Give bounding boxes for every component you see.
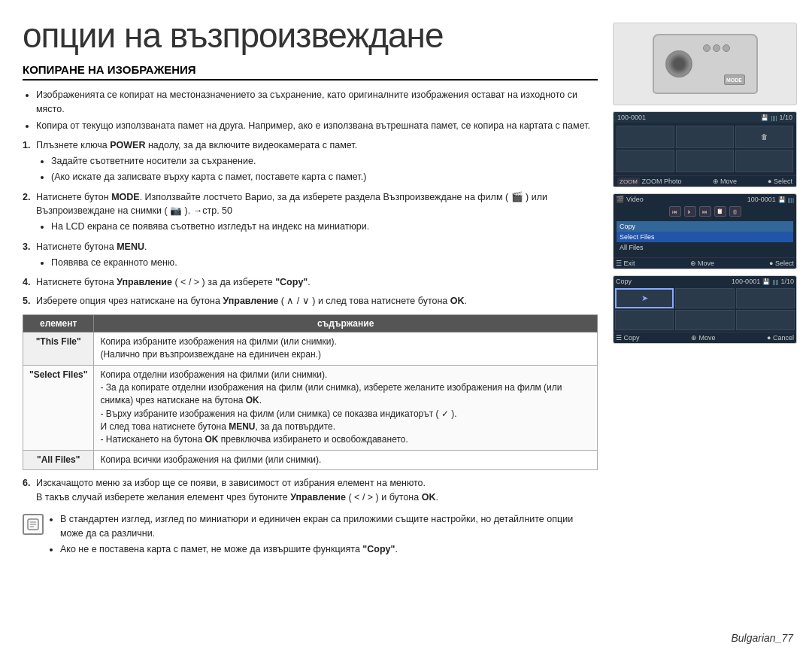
thumb-2 <box>676 126 734 148</box>
step-6: 6. Изскачащото меню за избор ще се появи… <box>23 476 598 505</box>
table-row: "This File" Копира избраните изображения… <box>23 332 598 365</box>
copy-thumb-1: ➤ <box>615 288 674 308</box>
move-label-3: ⊕ Move <box>691 334 716 342</box>
note-1: В стандартен изглед, изглед по миниатюри… <box>60 512 598 541</box>
copy-thumb-2 <box>675 288 734 308</box>
copy-label: ☰ Copy <box>616 334 640 342</box>
table-row: "All Files" Копира всички изображения на… <box>23 450 598 469</box>
page-number: Bulgarian_77 <box>731 632 793 644</box>
lcd-screen-1: 100-0001 💾 |||| 1/10 🗑 ZOOM ZOOM Photo <box>613 111 797 187</box>
table-cell-this-file: "This File" <box>23 332 94 365</box>
exit-label: ☰ Exit <box>616 260 635 267</box>
copy-thumb-6 <box>736 310 795 330</box>
page-title: опции на възпроизвеждане <box>23 15 598 56</box>
section-heading: КОПИРАНЕ НА ИЗОБРАЖЕНИЯ <box>23 63 598 80</box>
playback-btn-3: ⏭ <box>699 206 711 217</box>
lcd-footer-1: ZOOM ZOOM Photo ⊕ Move ● Select <box>614 175 796 187</box>
thumb-1 <box>617 126 674 148</box>
thumb-6 <box>735 150 793 172</box>
lcd-copy-grid: ➤ <box>614 287 796 332</box>
lcd-menu-header: 🎬 Video 100-0001 💾 |||| <box>614 194 796 205</box>
menu-item-all-files: All Files <box>617 242 793 253</box>
counter-1: 💾 |||| 1/10 <box>761 114 792 121</box>
bullet-2: Копира от текущо използваната памет на д… <box>36 119 598 133</box>
select-label: ● Select <box>768 178 792 185</box>
camera-buttons <box>703 44 730 52</box>
playback-btn-5: 🗑 <box>729 206 741 217</box>
copy-table: елемент съдържание "This File" Копира из… <box>23 314 598 471</box>
menu-item-copy: Copy <box>617 221 793 232</box>
note-icon <box>23 514 44 535</box>
table-cell-all-files-content: Копира всички изображения на филми (или … <box>94 450 598 469</box>
copy-title: Copy <box>616 278 632 285</box>
lcd-screen-3: Copy 100-0001 💾 |||| 1/10 ➤ ☰ Co <box>613 275 797 344</box>
table-cell-this-file-content: Копира избраните изображения на филми (и… <box>94 332 598 365</box>
lcd-screen-2: 🎬 Video 100-0001 💾 |||| ⏮ ⏵ ⏭ 📋 🗑 Copy S… <box>613 193 797 269</box>
playback-btn-1: ⏮ <box>669 206 681 217</box>
cancel-label: ● Cancel <box>767 334 794 342</box>
camera-lens <box>665 50 692 77</box>
lcd-header-1: 100-0001 💾 |||| 1/10 <box>614 112 796 123</box>
zoom-label: ZOOM ZOOM Photo <box>617 178 682 185</box>
lcd-menu-footer: ☰ Exit ⊕ Move ● Select <box>614 257 796 269</box>
note-2: Ако не е поставена карта с памет, не мож… <box>60 542 598 557</box>
file-id-1: 100-0001 <box>617 114 646 121</box>
intro-bullets: Изображенията се копират на местоназначе… <box>23 88 598 132</box>
playback-btn-4: 📋 <box>714 206 726 217</box>
left-content: опции на възпроизвеждане КОПИРАНЕ НА ИЗО… <box>23 15 613 645</box>
table-cell-select-files-content: Копира отделни изображения на филми (или… <box>94 365 598 450</box>
note-box: В стандартен изглед, изглед по миниатюри… <box>23 512 598 563</box>
lcd-copy-header: Copy 100-0001 💾 |||| 1/10 <box>614 276 796 287</box>
arrow-icon: ➤ <box>641 293 648 303</box>
move-label-2: ⊕ Move <box>690 260 715 267</box>
table-row: "Select Files" Копира отделни изображени… <box>23 365 598 450</box>
step-3: 3. Натиснете бутона MENU. Появява се екр… <box>23 240 598 272</box>
trash-icon: 🗑 <box>761 133 768 141</box>
step-2-text: Натиснете бутон MODE. Използвайте лостче… <box>36 192 547 217</box>
right-panel: MODE 100-0001 💾 |||| 1/10 🗑 <box>613 15 797 645</box>
bullet-1: Изображенията се копират на местоназначе… <box>36 88 598 117</box>
camera-button-1 <box>703 44 710 52</box>
lcd-copy-footer: ☰ Copy ⊕ Move ● Cancel <box>614 332 796 343</box>
copy-info: 100-0001 💾 |||| 1/10 <box>732 278 794 285</box>
thumb-5 <box>676 150 734 172</box>
step-2: 2. Натиснете бутон MODE. Използвайте лос… <box>23 190 598 235</box>
move-label: ⊕ Move <box>713 178 738 185</box>
camera-image: MODE <box>613 23 797 105</box>
copy-thumb-4 <box>615 310 674 330</box>
lcd-menu-items: Copy Select Files All Files <box>614 218 796 256</box>
step-1: 1. Плъзнете ключа POWER надолу, за да вк… <box>23 138 598 185</box>
table-cell-select-files: "Select Files" <box>23 365 94 450</box>
lcd-thumbnail-grid-1: 🗑 <box>614 123 796 175</box>
mode-button: MODE <box>724 74 745 85</box>
camera-button-2 <box>713 44 720 52</box>
table-header-element: елемент <box>23 314 94 332</box>
menu-item-select-files: Select Files <box>617 232 793 242</box>
lcd-playback-icons: ⏮ ⏵ ⏭ 📋 🗑 <box>614 205 796 218</box>
table-cell-all-files: "All Files" <box>23 450 94 469</box>
copy-thumb-3 <box>736 288 795 308</box>
playback-btn-2: ⏵ <box>684 206 696 217</box>
file-id-2: 100-0001 💾 |||| <box>747 196 794 203</box>
step-5: 5. Изберете опция чрез натискане на буто… <box>23 294 598 308</box>
camera-button-3 <box>723 44 730 52</box>
select-label-2: ● Select <box>769 260 794 267</box>
table-header-content: съдържание <box>94 314 598 332</box>
step-3-text: Натиснете бутона MENU. <box>36 241 147 252</box>
video-label: 🎬 Video <box>616 196 644 203</box>
step-1-text: Плъзнете ключа POWER надолу, за да включ… <box>36 140 357 150</box>
copy-thumb-5 <box>675 310 734 330</box>
note-text: В стандартен изглед, изглед по миниатюри… <box>50 512 598 563</box>
thumb-4 <box>617 150 674 172</box>
thumb-3: 🗑 <box>735 126 793 148</box>
step-4: 4. Натиснете бутона Управление ( < / > )… <box>23 275 598 290</box>
camera-body: MODE <box>653 34 758 94</box>
